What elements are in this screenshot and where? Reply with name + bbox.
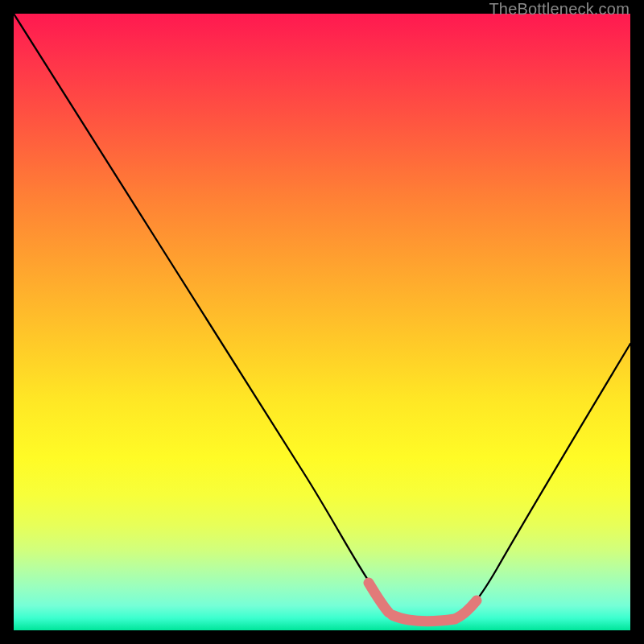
bottleneck-curve [14, 14, 630, 621]
watermark-text: TheBottleneck.com [489, 0, 630, 19]
highlight-min-region [369, 583, 477, 621]
chart-stage: TheBottleneck.com [0, 0, 644, 644]
curve-layer [14, 14, 630, 630]
plot-area [14, 14, 630, 630]
